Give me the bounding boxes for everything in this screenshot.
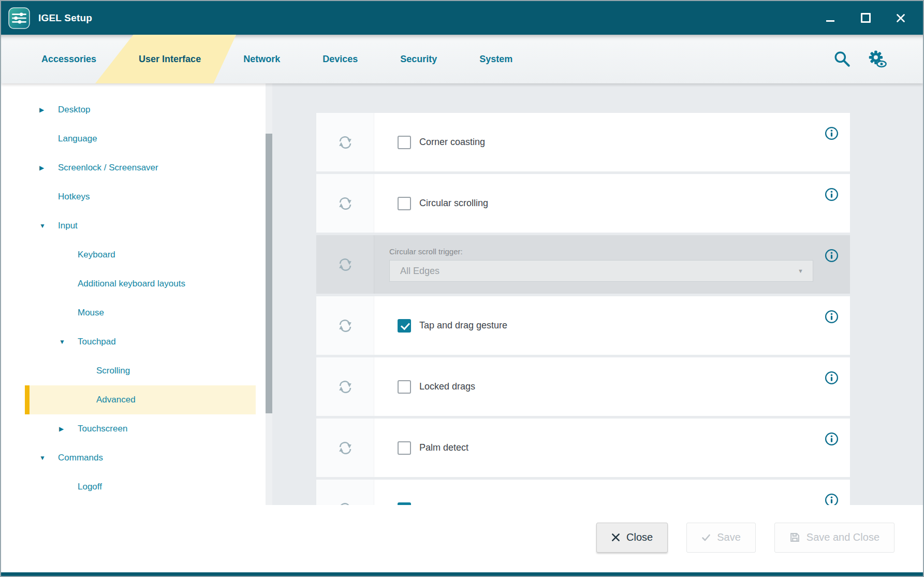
settings-row-tap-and-drag-gesture: Tap and drag gesture — [316, 296, 850, 355]
reset-cell — [316, 113, 374, 171]
sidebar-item-label: Additional keyboard layouts — [78, 279, 185, 289]
search-icon[interactable] — [833, 50, 852, 68]
settings-row-palm-detect: Palm detect — [316, 419, 850, 477]
tab-label: Security — [400, 54, 437, 65]
reset-icon[interactable] — [338, 501, 353, 506]
window-title: IGEL Setup — [38, 12, 92, 24]
settings-row-row — [316, 480, 850, 505]
tab-label: Devices — [322, 54, 358, 65]
info-icon[interactable] — [825, 432, 839, 446]
sidebar-item-label: Hotkeys — [58, 192, 90, 202]
sidebar-item-language[interactable]: Language — [25, 124, 256, 153]
sidebar-item-keyboard[interactable]: Keyboard — [25, 240, 256, 269]
reset-icon[interactable] — [338, 257, 353, 272]
chevron-right-icon[interactable]: ▶ — [39, 164, 58, 171]
close-button[interactable]: Close — [596, 523, 668, 553]
sidebar-scrollbar-thumb[interactable] — [266, 134, 272, 413]
tab-user-interface[interactable]: User Interface — [125, 35, 214, 83]
sidebar-item-commands[interactable]: ▼ Commands — [25, 443, 256, 472]
tab-bar-tabs: AccessoriesUser InterfaceNetworkDevicesS… — [28, 35, 541, 83]
tab-security[interactable]: Security — [387, 35, 450, 83]
title-bar[interactable]: IGEL Setup — [1, 1, 923, 35]
checkbox-circular-scrolling[interactable] — [398, 197, 411, 210]
reset-cell — [316, 357, 374, 416]
tab-label: User Interface — [139, 54, 201, 65]
sidebar-item-label: Keyboard — [78, 250, 115, 260]
reset-icon[interactable] — [338, 318, 353, 334]
checkbox-tap-and-drag-gesture[interactable] — [398, 319, 411, 333]
sidebar-item-touchscreen[interactable]: ▶ Touchscreen — [25, 414, 256, 443]
tab-system[interactable]: System — [466, 35, 526, 83]
sidebar-item-touchpad[interactable]: ▼ Touchpad — [25, 327, 256, 356]
settings-row-locked-drags: Locked drags — [316, 357, 850, 416]
sidebar-item-mouse[interactable]: Mouse — [25, 298, 256, 327]
tab-network[interactable]: Network — [230, 35, 294, 83]
reset-cell — [316, 419, 374, 477]
footer: Close Save Save and Close — [1, 505, 923, 576]
info-icon[interactable] — [825, 310, 839, 324]
reset-icon[interactable] — [338, 440, 353, 456]
sidebar-item-label: Language — [58, 134, 97, 144]
sidebar-item-advanced[interactable]: Advanced — [25, 385, 256, 414]
tab-devices[interactable]: Devices — [309, 35, 371, 83]
chevron-right-icon[interactable]: ▶ — [59, 425, 78, 432]
chevron-down-icon: ▼ — [798, 268, 803, 274]
sidebar-item-hotkeys[interactable]: Hotkeys — [25, 182, 256, 211]
save-and-close-button[interactable]: Save and Close — [774, 523, 894, 553]
sidebar-item-input[interactable]: ▼ Input — [25, 211, 256, 240]
sidebar-item-label: Desktop — [58, 105, 90, 115]
check-icon — [701, 533, 711, 542]
info-icon[interactable] — [825, 371, 839, 385]
info-icon[interactable] — [825, 126, 839, 140]
save-button[interactable]: Save — [686, 523, 756, 553]
maximize-button[interactable] — [860, 12, 871, 24]
sidebar-item-label: Logoff — [78, 482, 102, 492]
select-circular-scroll-trigger[interactable]: All Edges ▼ — [389, 260, 813, 282]
chevron-down-icon[interactable]: ▼ — [59, 338, 78, 345]
sidebar-item-label: Touchscreen — [78, 424, 127, 434]
sidebar-scrollbar[interactable] — [266, 83, 272, 505]
reset-cell — [316, 296, 374, 355]
window-bottom-border — [1, 572, 923, 576]
tab-bar: AccessoriesUser InterfaceNetworkDevicesS… — [1, 35, 923, 83]
tab-label: Accessories — [41, 54, 96, 65]
sidebar-item-label: Advanced — [96, 395, 136, 405]
close-x-icon — [611, 533, 620, 542]
tab-label: Network — [243, 54, 280, 65]
sidebar-item-desktop[interactable]: ▶ Desktop — [25, 95, 256, 124]
reset-icon[interactable] — [338, 379, 353, 395]
sidebar-item-label: Scrolling — [96, 366, 130, 376]
chevron-right-icon[interactable]: ▶ — [39, 106, 58, 113]
sidebar-item-additional-keyboard-layouts[interactable]: Additional keyboard layouts — [25, 269, 256, 298]
reset-icon[interactable] — [338, 135, 353, 150]
sidebar-item-screenlock-screensaver[interactable]: ▶ Screenlock / Screensaver — [25, 153, 256, 182]
info-icon[interactable] — [825, 187, 839, 201]
chevron-down-icon[interactable]: ▼ — [39, 454, 58, 461]
sidebar-item-label: Commands — [58, 453, 103, 463]
settings-row-label: Tap and drag gesture — [419, 320, 507, 331]
minimize-button[interactable] — [825, 12, 836, 24]
chevron-down-icon[interactable]: ▼ — [39, 222, 58, 229]
igel-setup-window: IGEL Setup AccessoriesUser InterfaceNetw… — [0, 0, 924, 577]
floppy-icon — [789, 532, 800, 543]
sidebar-item-label: Touchpad — [78, 337, 116, 347]
sidebar-item-label: Mouse — [78, 308, 104, 318]
tab-accessories[interactable]: Accessories — [28, 35, 110, 83]
checkbox-corner-coasting[interactable] — [398, 136, 411, 149]
sidebar-item-logoff[interactable]: Logoff — [25, 472, 256, 501]
reset-cell — [316, 480, 374, 505]
info-icon[interactable] — [825, 249, 839, 263]
gear-eye-icon[interactable] — [867, 50, 887, 68]
sidebar-item-scrolling[interactable]: Scrolling — [25, 356, 256, 385]
close-button-label: Close — [626, 531, 653, 543]
reset-icon[interactable] — [338, 196, 353, 211]
select-value: All Edges — [400, 266, 439, 277]
checkbox-palm-detect[interactable] — [398, 441, 411, 455]
checkbox-locked-drags[interactable] — [398, 380, 411, 394]
settings-panel: Corner coasting Circular scrolling Circu… — [272, 83, 923, 505]
settings-row-corner-coasting: Corner coasting — [316, 113, 850, 171]
info-icon[interactable] — [825, 493, 839, 505]
close-window-button[interactable] — [895, 12, 906, 24]
sidebar-tree: ▶ Desktop Language ▶ Screenlock / Screen… — [1, 83, 272, 501]
save-and-close-button-label: Save and Close — [806, 531, 879, 543]
